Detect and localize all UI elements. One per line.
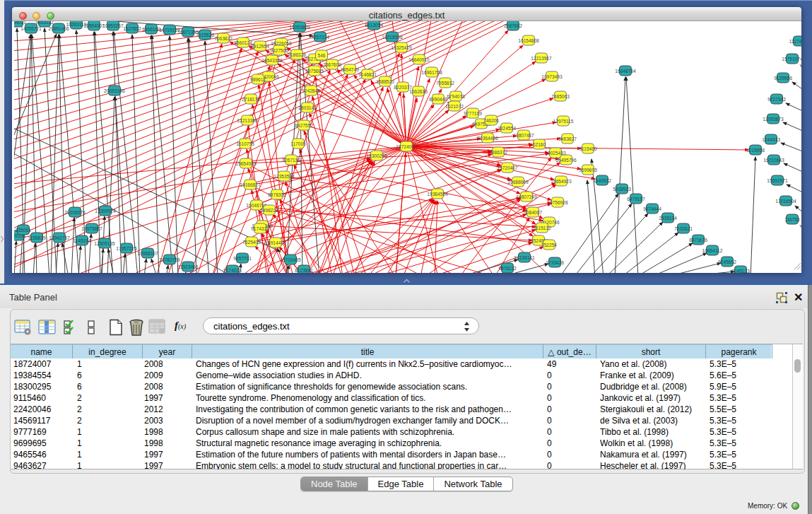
svg-text:14055721: 14055721 xyxy=(20,26,42,31)
svg-text:8427552: 8427552 xyxy=(295,123,313,128)
svg-text:7955812: 7955812 xyxy=(436,81,454,86)
svg-text:19166827: 19166827 xyxy=(240,182,261,187)
svg-text:9084067: 9084067 xyxy=(524,210,542,215)
svg-text:13325419: 13325419 xyxy=(391,45,412,50)
svg-text:7515526: 7515526 xyxy=(196,33,214,37)
svg-text:1244413: 1244413 xyxy=(762,137,780,142)
svg-text:835061: 835061 xyxy=(16,228,31,233)
svg-text:16648784: 16648784 xyxy=(615,69,636,74)
svg-text:116753: 116753 xyxy=(784,217,800,222)
svg-text:14136141: 14136141 xyxy=(514,255,535,260)
svg-text:1621072: 1621072 xyxy=(445,104,464,109)
svg-text:1640932: 1640932 xyxy=(593,178,611,183)
svg-text:16053809: 16053809 xyxy=(289,25,310,30)
svg-text:9227342: 9227342 xyxy=(767,97,786,102)
svg-text:10807487: 10807487 xyxy=(513,133,534,138)
svg-text:16210643: 16210643 xyxy=(763,158,784,163)
svg-text:9146821: 9146821 xyxy=(358,72,377,77)
svg-text:6466160: 6466160 xyxy=(142,27,160,32)
svg-text:10654112: 10654112 xyxy=(702,248,723,253)
svg-text:6794078: 6794078 xyxy=(447,94,465,99)
svg-text:1527602: 1527602 xyxy=(123,26,141,31)
svg-text:18724007: 18724007 xyxy=(396,144,417,149)
svg-text:17359924: 17359924 xyxy=(95,209,116,214)
svg-text:7625402: 7625402 xyxy=(242,240,261,245)
svg-text:7663822: 7663822 xyxy=(214,36,233,41)
svg-text:8454749: 8454749 xyxy=(341,67,359,72)
svg-text:9876112: 9876112 xyxy=(498,266,517,271)
svg-text:12213967: 12213967 xyxy=(531,56,552,61)
svg-text:11923466: 11923466 xyxy=(178,264,199,269)
svg-text:8990448: 8990448 xyxy=(429,97,447,102)
svg-text:19218506: 19218506 xyxy=(382,35,403,40)
svg-text:10688609: 10688609 xyxy=(507,180,529,185)
svg-text:19975867: 19975867 xyxy=(81,226,102,231)
svg-text:19654923: 19654923 xyxy=(551,179,572,184)
svg-text:9115460: 9115460 xyxy=(579,146,597,151)
svg-text:252254: 252254 xyxy=(541,243,557,247)
svg-text:16640910: 16640910 xyxy=(408,57,430,62)
svg-text:1610755: 1610755 xyxy=(236,141,254,146)
svg-text:9327506: 9327506 xyxy=(270,48,288,53)
svg-text:2935114: 2935114 xyxy=(659,216,677,221)
svg-text:7632621: 7632621 xyxy=(674,226,693,231)
svg-text:20053346: 20053346 xyxy=(104,88,125,93)
svg-text:10973493: 10973493 xyxy=(541,74,563,79)
svg-text:1362615: 1362615 xyxy=(409,89,428,94)
svg-text:16495796: 16495796 xyxy=(555,158,577,163)
svg-text:20206576: 20206576 xyxy=(64,210,86,215)
svg-text:11174046: 11174046 xyxy=(789,39,801,44)
svg-text:989612: 989612 xyxy=(250,77,266,82)
svg-text:117005: 117005 xyxy=(290,141,306,146)
svg-text:12975115: 12975115 xyxy=(553,119,574,124)
svg-text:8186328: 8186328 xyxy=(288,52,306,57)
svg-text:10853267: 10853267 xyxy=(102,23,124,28)
svg-text:16914479: 16914479 xyxy=(265,240,286,245)
svg-text:15716485: 15716485 xyxy=(280,257,301,262)
svg-text:9129966: 9129966 xyxy=(774,76,792,81)
svg-text:17016504: 17016504 xyxy=(775,199,796,204)
svg-text:9242848: 9242848 xyxy=(302,88,320,93)
svg-text:1588520: 1588520 xyxy=(376,79,394,84)
svg-text:9174023: 9174023 xyxy=(223,268,242,273)
svg-text:8878352: 8878352 xyxy=(268,192,286,197)
svg-text:17957225: 17957225 xyxy=(116,246,137,251)
svg-text:7485063: 7485063 xyxy=(551,94,570,99)
svg-text:20691406: 20691406 xyxy=(48,26,69,31)
svg-text:15720407: 15720407 xyxy=(497,165,518,170)
svg-text:1156829: 1156829 xyxy=(28,235,46,240)
svg-text:12505135: 12505135 xyxy=(94,241,115,246)
svg-text:8267110: 8267110 xyxy=(282,158,300,163)
svg-text:15692971: 15692971 xyxy=(767,178,788,183)
svg-text:5498222: 5498222 xyxy=(260,208,278,213)
svg-text:1615132: 1615132 xyxy=(533,226,551,230)
svg-text:2718176: 2718176 xyxy=(242,97,260,102)
svg-text:8215958: 8215958 xyxy=(746,148,765,153)
svg-text:8471676: 8471676 xyxy=(689,238,707,243)
svg-text:62160: 62160 xyxy=(533,142,546,147)
svg-text:15751074: 15751074 xyxy=(782,57,801,62)
svg-text:16961758: 16961758 xyxy=(421,70,442,75)
svg-text:16543362: 16543362 xyxy=(261,58,283,63)
svg-text:19756928: 19756928 xyxy=(547,200,568,205)
svg-text:9474444: 9474444 xyxy=(643,206,661,211)
svg-text:5938923: 5938923 xyxy=(613,187,631,192)
svg-text:9457791: 9457791 xyxy=(233,256,252,261)
svg-text:9634021: 9634021 xyxy=(14,21,26,25)
svg-text:15226058: 15226058 xyxy=(271,41,292,46)
svg-text:8813054: 8813054 xyxy=(365,23,383,28)
svg-text:3824554: 3824554 xyxy=(498,126,516,131)
svg-text:746206: 746206 xyxy=(483,118,499,123)
svg-text:5875685: 5875685 xyxy=(305,69,324,74)
svg-text:8660124: 8660124 xyxy=(234,40,252,45)
svg-text:9245123: 9245123 xyxy=(731,269,750,274)
svg-text:7886372: 7886372 xyxy=(489,150,507,155)
svg-text:18807249: 18807249 xyxy=(516,194,537,199)
svg-text:9245652: 9245652 xyxy=(718,259,736,264)
svg-text:16782759: 16782759 xyxy=(159,257,180,262)
svg-text:12213369: 12213369 xyxy=(237,118,258,123)
svg-text:1145194: 1145194 xyxy=(73,238,91,243)
svg-text:8123881: 8123881 xyxy=(295,268,313,273)
svg-text:9777169: 9777169 xyxy=(464,111,482,116)
svg-text:546: 546 xyxy=(317,53,325,58)
